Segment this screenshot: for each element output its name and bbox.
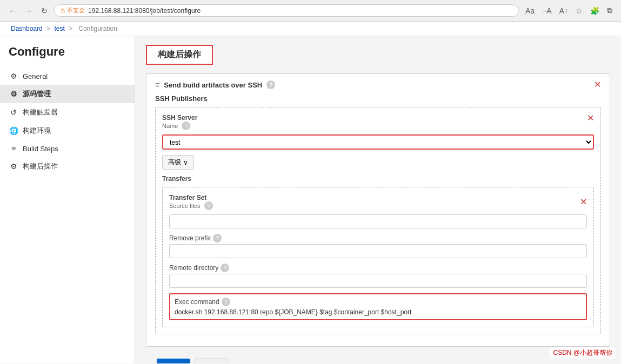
sidebar-item-general[interactable]: ⚙ General [0, 68, 135, 85]
sidebar-item-label: 构建后操作 [23, 161, 58, 171]
sidebar-item-label: 构建环境 [23, 126, 51, 136]
remote-directory-label: Remote directory [169, 264, 218, 272]
card-close-button[interactable]: ✕ [594, 80, 601, 89]
card-title-group: ≡ Send build artifacts over SSH ? [155, 80, 275, 89]
source-icon: ⚙ [9, 90, 18, 98]
source-files-help-icon[interactable]: ? [204, 201, 213, 210]
remove-prefix-input[interactable] [169, 244, 587, 258]
exec-command-box: Exec command ? docker.sh 192.168.88.121:… [169, 293, 587, 320]
source-files-field [169, 214, 587, 228]
bottom-bar: 保存 应用 [146, 353, 610, 363]
watermark: CSDN @小超哥帮你 [550, 347, 616, 359]
sidebar-item-label: General [23, 72, 48, 80]
ssh-server-title-group: SSH Server Name ? [162, 114, 197, 130]
remote-directory-label-row: Remote directory ? [169, 264, 587, 272]
source-files-label-row: Source files ? [169, 201, 213, 210]
exec-command-value: docker.sh 192.168.88.121:80 repo ${JOB_N… [175, 308, 582, 316]
back-button[interactable]: ← [6, 5, 18, 16]
url-text: 192.168.88.121:8080/job/test/configure [88, 7, 201, 15]
exec-command-label: Exec command [175, 298, 219, 306]
sidebar-item-post-build[interactable]: ⚙ 构建后操作 [0, 157, 135, 176]
tab-icon[interactable]: ⧉ [605, 5, 615, 16]
browser-actions: Aa −A A↑ ☆ 🧩 ⧉ [523, 5, 615, 16]
advanced-button[interactable]: 高级 ∨ [162, 155, 194, 170]
breadcrumb-test[interactable]: test [54, 25, 64, 32]
breadcrumb-sep1: > [46, 25, 50, 32]
name-field: test [162, 134, 594, 150]
remote-directory-input[interactable] [169, 274, 587, 288]
remote-directory-field: Remote directory ? [169, 264, 587, 288]
transfer-set-title-group: Transfer Set Source files ? [169, 194, 213, 210]
security-warning: ⚠ 不安全 [60, 6, 85, 15]
ssh-artifacts-card: ≡ Send build artifacts over SSH ? ✕ SSH … [146, 73, 610, 347]
source-files-input[interactable] [169, 214, 587, 228]
sidebar-item-label: Build Steps [23, 145, 58, 153]
transfer-set-close-button[interactable]: ✕ [580, 194, 587, 210]
zoom-icon[interactable]: −A [540, 5, 554, 16]
extension-icon[interactable]: 🧩 [588, 5, 602, 16]
name-label: Name [162, 123, 178, 129]
breadcrumb-configuration: Configuration [78, 25, 117, 32]
breadcrumb: Dashboard > test > Configuration [0, 22, 621, 36]
sidebar-item-build-steps[interactable]: ≡ Build Steps [0, 140, 135, 157]
env-icon: 🌐 [9, 126, 18, 135]
gear-icon: ⚙ [9, 72, 18, 80]
page-title: Configure [0, 45, 135, 68]
ssh-server-close-button[interactable]: ✕ [587, 114, 594, 123]
postbuild-icon: ⚙ [9, 162, 18, 171]
ssh-server-card: SSH Server Name ? ✕ test 高级 ∨ [155, 107, 601, 334]
sidebar-item-build-triggers[interactable]: ↺ 构建触发器 [0, 103, 135, 122]
page-layout: Configure ⚙ General ⚙ 源码管理 ↺ 构建触发器 🌐 构建环… [0, 36, 621, 363]
name-select[interactable]: test [162, 134, 594, 150]
transfer-set-header: Transfer Set Source files ? ✕ [169, 194, 587, 210]
card-help-icon[interactable]: ? [266, 80, 275, 89]
refresh-button[interactable]: ↻ [39, 5, 50, 16]
chevron-down-icon: ∨ [183, 159, 188, 166]
card-header: ≡ Send build artifacts over SSH ? ✕ [155, 80, 601, 89]
address-bar[interactable]: ⚠ 不安全 192.168.88.121:8080/job/test/confi… [54, 4, 519, 17]
card-title-text: Send build artifacts over SSH [164, 81, 262, 89]
ssh-server-title: SSH Server [162, 114, 197, 122]
sidebar: Configure ⚙ General ⚙ 源码管理 ↺ 构建触发器 🌐 构建环… [0, 36, 135, 363]
sidebar-item-label: 源码管理 [23, 89, 51, 99]
menu-drag-icon: ≡ [155, 80, 159, 89]
remote-directory-help-icon[interactable]: ? [221, 264, 229, 272]
remove-prefix-label-row: Remove prefix ? [169, 234, 587, 242]
main-content: 构建后操作 ≡ Send build artifacts over SSH ? … [135, 36, 621, 363]
transfers-label: Transfers [162, 175, 594, 183]
transfer-set-title: Transfer Set [169, 194, 213, 201]
ssh-server-card-header: SSH Server Name ? ✕ [162, 114, 594, 130]
breadcrumb-dashboard[interactable]: Dashboard [11, 25, 43, 32]
exec-command-label-row: Exec command ? [175, 298, 582, 306]
name-label-row: Name ? [162, 122, 197, 130]
remove-prefix-label: Remove prefix [169, 234, 211, 242]
remove-prefix-field: Remove prefix ? [169, 234, 587, 258]
save-button[interactable]: 保存 [157, 359, 190, 363]
trigger-icon: ↺ [9, 108, 18, 117]
font-icon[interactable]: A↑ [557, 5, 570, 16]
name-help-icon[interactable]: ? [182, 122, 190, 130]
forward-button[interactable]: → [23, 5, 35, 16]
apply-button[interactable]: 应用 [195, 359, 229, 363]
browser-chrome: ← → ↻ ⚠ 不安全 192.168.88.121:8080/job/test… [0, 0, 621, 22]
sidebar-item-build-env[interactable]: 🌐 构建环境 [0, 122, 135, 140]
breadcrumb-sep2: > [69, 25, 72, 32]
remove-prefix-help-icon[interactable]: ? [213, 234, 222, 242]
advanced-label: 高级 [168, 158, 181, 167]
exec-command-help-icon[interactable]: ? [222, 298, 230, 306]
star-icon[interactable]: ☆ [573, 5, 585, 16]
sidebar-item-source-management[interactable]: ⚙ 源码管理 [0, 85, 135, 103]
sidebar-item-label: 构建触发器 [23, 107, 58, 117]
source-files-label: Source files [169, 203, 200, 209]
section-header: 构建后操作 [146, 45, 213, 65]
reader-icon[interactable]: Aa [523, 5, 537, 16]
transfer-set-card: Transfer Set Source files ? ✕ [162, 187, 594, 327]
steps-icon: ≡ [9, 144, 18, 153]
ssh-publishers-label: SSH Publishers [155, 95, 601, 103]
